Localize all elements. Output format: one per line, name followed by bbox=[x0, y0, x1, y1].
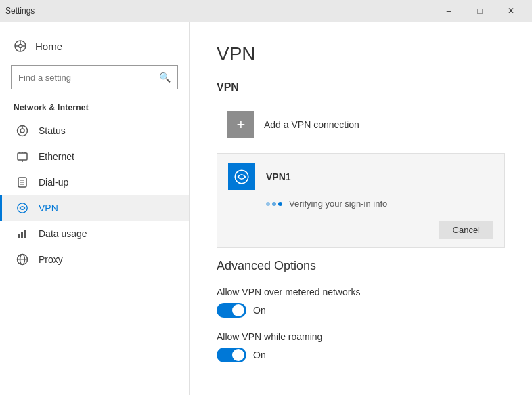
svg-point-7 bbox=[20, 129, 24, 133]
add-vpn-button[interactable]: + Add a VPN connection bbox=[217, 104, 370, 145]
advanced-options-section: Advanced Options Allow VPN over metered … bbox=[217, 259, 505, 362]
add-icon: + bbox=[227, 111, 254, 138]
toggle-row-metered: Allow VPN over metered networks On bbox=[217, 287, 505, 318]
sidebar-item-vpn[interactable]: VPN bbox=[0, 195, 189, 221]
toggle1-wrapper: On bbox=[217, 303, 505, 318]
main-content: VPN VPN + Add a VPN connection VPN1 bbox=[190, 22, 532, 395]
search-box[interactable]: 🔍 bbox=[11, 65, 178, 89]
vpn-item-icon bbox=[228, 163, 255, 190]
home-label: Home bbox=[35, 41, 62, 52]
dot-3 bbox=[278, 202, 282, 206]
title-bar-controls: – □ ✕ bbox=[433, 0, 527, 22]
close-button[interactable]: ✕ bbox=[495, 0, 527, 22]
add-vpn-label: Add a VPN connection bbox=[264, 119, 359, 130]
status-icon bbox=[16, 124, 29, 138]
toggle1-switch[interactable] bbox=[217, 303, 246, 318]
toggle1-state: On bbox=[253, 305, 266, 316]
toggle-row-roaming: Allow VPN while roaming On bbox=[217, 331, 505, 362]
dot-1 bbox=[266, 202, 270, 206]
sidebar-item-dialup-label: Dial-up bbox=[39, 177, 68, 188]
sidebar-item-ethernet-label: Ethernet bbox=[39, 151, 74, 162]
svg-point-18 bbox=[18, 203, 27, 213]
page-title: VPN bbox=[217, 43, 505, 65]
proxy-icon bbox=[16, 253, 29, 266]
sidebar-item-ethernet[interactable]: Ethernet bbox=[0, 144, 189, 169]
search-input[interactable] bbox=[12, 72, 152, 83]
svg-rect-21 bbox=[24, 230, 26, 238]
sidebar-item-status[interactable]: Status bbox=[0, 118, 189, 144]
vpn-section-title: VPN bbox=[217, 81, 505, 93]
advanced-options-title: Advanced Options bbox=[217, 259, 505, 273]
dot-2 bbox=[272, 202, 276, 206]
sidebar-item-proxy-label: Proxy bbox=[39, 254, 63, 265]
sidebar-item-dialup[interactable]: Dial-up bbox=[0, 169, 189, 195]
toggle2-state: On bbox=[253, 350, 266, 360]
sidebar-section-label: Network & Internet bbox=[0, 100, 189, 118]
svg-point-1 bbox=[19, 45, 22, 48]
svg-rect-20 bbox=[21, 232, 23, 238]
app-body: Home 🔍 Network & Internet Status bbox=[0, 22, 532, 395]
sidebar-item-proxy[interactable]: Proxy bbox=[0, 247, 189, 272]
search-icon: 🔍 bbox=[152, 72, 177, 83]
cancel-button[interactable]: Cancel bbox=[439, 221, 493, 239]
sidebar-item-home[interactable]: Home bbox=[0, 33, 189, 60]
title-bar-text: Settings bbox=[5, 6, 433, 16]
dialup-icon bbox=[16, 175, 29, 189]
loading-spinner bbox=[266, 202, 282, 206]
sidebar-item-status-label: Status bbox=[39, 125, 66, 136]
vpn-item: VPN1 Verifying your sign-in info Cancel bbox=[217, 153, 505, 248]
maximize-button[interactable]: □ bbox=[464, 0, 495, 22]
sidebar: Home 🔍 Network & Internet Status bbox=[0, 22, 190, 395]
svg-rect-9 bbox=[18, 153, 27, 160]
toggle2-wrapper: On bbox=[217, 348, 505, 362]
vpn-actions: Cancel bbox=[217, 215, 504, 247]
sidebar-item-datausage-label: Data usage bbox=[39, 228, 87, 239]
vpn-item-name: VPN1 bbox=[266, 171, 291, 182]
vpn-nav-icon bbox=[16, 201, 29, 215]
toggle1-label: Allow VPN over metered networks bbox=[217, 287, 505, 297]
home-icon bbox=[14, 39, 27, 53]
sidebar-item-datausage[interactable]: Data usage bbox=[0, 221, 189, 247]
title-bar: Settings – □ ✕ bbox=[0, 0, 532, 22]
sidebar-item-vpn-label: VPN bbox=[39, 203, 58, 213]
datausage-icon bbox=[16, 227, 29, 241]
vpn-status-text: Verifying your sign-in info bbox=[289, 199, 387, 209]
svg-rect-19 bbox=[18, 234, 20, 238]
minimize-button[interactable]: – bbox=[433, 0, 464, 22]
svg-point-25 bbox=[235, 170, 248, 184]
vpn-status-row: Verifying your sign-in info bbox=[217, 196, 504, 215]
ethernet-icon bbox=[16, 150, 29, 163]
toggle2-switch[interactable] bbox=[217, 348, 246, 362]
vpn-item-header: VPN1 bbox=[217, 154, 504, 196]
toggle2-label: Allow VPN while roaming bbox=[217, 331, 505, 342]
